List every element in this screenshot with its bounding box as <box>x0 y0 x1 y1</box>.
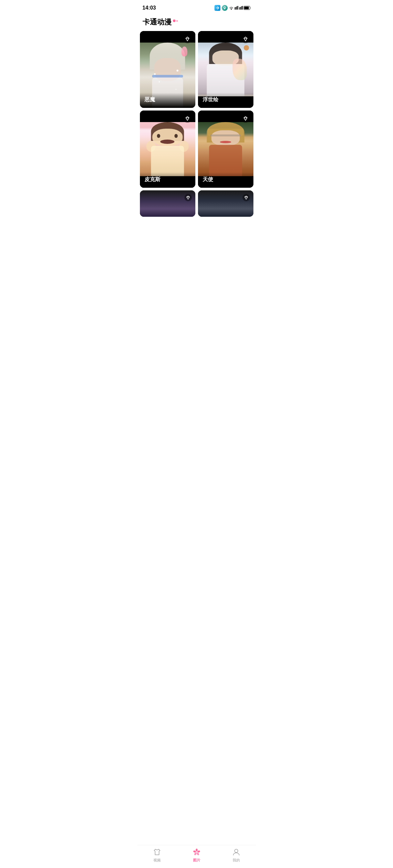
svg-point-16 <box>184 194 192 201</box>
bottom-nav: 视频 图片 我的 <box>137 845 256 868</box>
nav-item-mine[interactable]: 我的 <box>226 848 247 863</box>
svg-rect-4 <box>237 6 237 9</box>
grid-item-demon[interactable]: 恶魔 <box>140 31 195 108</box>
diamond-badge-3 <box>183 114 192 123</box>
status-bar: 14:03 <box>137 0 256 14</box>
svg-point-19 <box>196 848 198 851</box>
flower-icon <box>192 848 201 857</box>
status-icons-group <box>229 6 251 10</box>
svg-rect-7 <box>240 7 241 9</box>
item-label-ukiyo: 浮世绘 <box>203 96 218 103</box>
item-label-demon: 恶魔 <box>145 96 155 103</box>
status-time: 14:03 <box>143 5 156 11</box>
nav-item-video[interactable]: 视频 <box>147 848 168 863</box>
title-decoration <box>173 20 178 22</box>
grid-item-partial-2[interactable] <box>198 190 253 217</box>
diamond-badge-partial-1 <box>184 194 192 202</box>
person-icon <box>232 848 241 857</box>
grid-container: 恶魔 <box>137 31 256 188</box>
svg-point-25 <box>196 851 197 853</box>
svg-point-12 <box>183 35 192 43</box>
svg-point-17 <box>243 194 250 201</box>
item-label-pixar: 皮克斯 <box>145 176 160 183</box>
svg-point-13 <box>241 35 250 43</box>
svg-rect-9 <box>242 6 243 9</box>
dot-pink <box>173 20 176 22</box>
nav-item-photo[interactable]: 图片 <box>186 848 207 863</box>
grid-item-pixar[interactable]: 皮克斯 <box>140 111 195 187</box>
diamond-badge-4 <box>241 114 250 123</box>
svg-rect-8 <box>241 6 242 9</box>
app-icon-blue <box>214 5 220 11</box>
svg-rect-3 <box>236 7 236 9</box>
grid-item-ukiyo[interactable]: 浮世绘 <box>198 31 253 108</box>
grid-partial <box>137 190 256 217</box>
svg-rect-11 <box>244 7 249 9</box>
svg-point-23 <box>193 850 196 853</box>
diamond-badge-2 <box>241 34 250 43</box>
svg-rect-6 <box>239 7 240 9</box>
shirt-icon <box>153 848 161 857</box>
app-icon-teal <box>222 5 228 11</box>
svg-point-26 <box>235 849 238 852</box>
svg-rect-5 <box>238 6 238 9</box>
svg-point-15 <box>241 114 250 123</box>
svg-rect-2 <box>235 7 235 9</box>
status-app-icons <box>214 5 251 11</box>
grid-item-partial-1[interactable] <box>140 190 195 217</box>
svg-point-14 <box>183 114 192 123</box>
page-header: 卡通动漫 <box>137 14 256 31</box>
page-title: 卡通动漫 <box>143 17 172 27</box>
nav-label-video: 视频 <box>153 858 161 863</box>
svg-point-1 <box>231 9 232 10</box>
diamond-badge-partial-2 <box>242 194 250 202</box>
svg-point-20 <box>197 850 200 853</box>
item-label-angel: 天使 <box>203 176 213 183</box>
diamond-badge-1 <box>183 34 192 43</box>
svg-point-0 <box>224 8 225 9</box>
nav-label-mine: 我的 <box>233 858 240 863</box>
nav-label-photo: 图片 <box>193 858 200 863</box>
grid-item-angel[interactable]: 天使 <box>198 111 253 187</box>
dot-small-pink <box>176 20 178 22</box>
